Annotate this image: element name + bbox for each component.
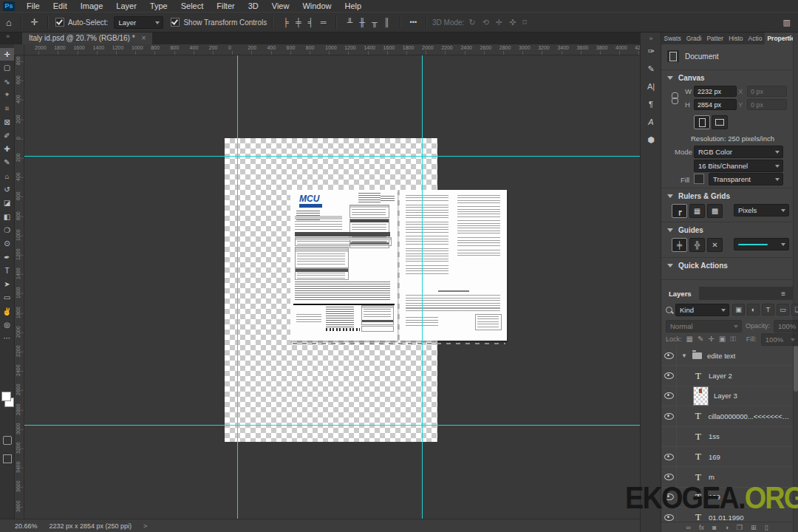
add-layer-mask-icon[interactable]: ◙ [712,524,716,531]
section-guides[interactable]: Guides [667,226,703,234]
clone-stamp-tool[interactable]: ⌂ [0,170,14,183]
y-input[interactable]: 0 px [747,99,787,110]
new-group-icon[interactable]: ❒ [737,524,743,531]
path-selection-tool[interactable]: ➤ [0,278,14,290]
ruler-vertical[interactable]: 8006004002000200400600800100012001400160… [14,55,24,519]
lock-guides-icon[interactable]: ╬ [689,238,705,252]
visibility-toggle[interactable] [661,406,677,426]
guide-vertical-1[interactable] [237,55,238,519]
blur-tool[interactable]: ❍ [0,224,14,236]
frame-tool[interactable]: ⊠ [0,116,14,129]
brush-tool[interactable]: ✎ [0,156,14,168]
marquee-tool[interactable]: ▢ [0,61,14,74]
adjustment-layer-icon[interactable]: ◑ [724,524,728,531]
3d-panel-icon[interactable]: ⬢ [641,133,661,146]
tab-actio[interactable]: Actio [746,33,765,44]
section-rulers-grids[interactable]: Rulers & Grids [667,192,730,200]
brush-settings-icon[interactable]: ✑ [641,44,661,58]
layer-body[interactable]: T169 [677,451,720,463]
healing-brush-tool[interactable]: ✚ [0,143,14,155]
lock-pixels-icon[interactable]: ✎ [698,335,703,344]
bit-depth-dropdown[interactable]: 16 Bits/Channel [694,160,783,172]
expand-panels-icon[interactable]: » [641,32,661,45]
align-top-icon[interactable]: ╨ [347,18,352,27]
zoom-tool[interactable]: ◎ [0,318,14,331]
snap-icon[interactable]: ▩ [707,204,723,218]
hand-tool[interactable]: ✌ [0,305,14,318]
tab-patter[interactable]: Patter [704,33,726,44]
status-expand-icon[interactable]: > [143,522,147,530]
canvas-viewport[interactable]: MCU [24,55,640,519]
menu-image[interactable]: Image [74,0,110,12]
zoom-level-field[interactable]: 20.66% [15,522,38,530]
ruler-horizontal[interactable]: 2000180016001400120010008006004002000200… [14,44,640,55]
fill-checkbox[interactable] [694,174,704,184]
units-dropdown[interactable]: Pixels [734,204,789,216]
clear-guides-icon[interactable]: ✕ [707,238,723,252]
layer-row[interactable]: ▼edite text [661,346,793,366]
auto-select-checkbox[interactable] [55,18,64,27]
layer-body[interactable]: Layer 3 [677,386,737,406]
visibility-toggle[interactable] [661,366,677,385]
align-left-icon[interactable]: ╞ [283,18,289,27]
workspace-icon[interactable]: ▥ [783,18,791,27]
distribute-v-icon[interactable]: ║ [384,18,390,27]
lasso-tool[interactable]: ∿ [0,75,14,88]
show-transform-checkbox[interactable] [171,18,180,27]
layer-row[interactable]: T169 [661,447,793,467]
close-tab-icon[interactable]: × [142,34,146,42]
panel-scrollbar[interactable] [793,31,798,532]
eyedropper-tool[interactable]: ✐ [0,129,14,142]
gradient-tool[interactable]: ◧ [0,211,14,223]
glyphs-panel-icon[interactable]: A [641,115,661,129]
menu-help[interactable]: Help [338,0,369,12]
document-tab[interactable]: Italy id.psd @ 20.7% (RGB/16) * × [22,31,152,44]
layer-style-icon[interactable]: fx [699,524,704,531]
fill-dropdown[interactable]: Transparent [709,173,783,185]
portrait-orientation-button[interactable] [694,115,710,129]
toggle-grid-icon[interactable]: ▦ [689,204,705,218]
menu-filter[interactable]: Filter [210,0,241,12]
layers-menu-icon[interactable]: ≡ [781,290,785,298]
guide-vertical-2[interactable] [422,55,423,519]
new-guide-layout-icon[interactable]: ╪ [672,238,687,252]
guide-horizontal-1[interactable] [24,156,640,157]
menu-layer[interactable]: Layer [109,0,143,12]
filter-shape-layers-icon[interactable]: ▭ [777,304,789,316]
visibility-toggle[interactable] [661,427,677,446]
panel-scrollbar-thumb[interactable] [794,346,798,392]
section-canvas[interactable]: Canvas [667,74,705,82]
screen-mode-button[interactable] [3,454,12,463]
x-input[interactable]: 0 px [747,86,787,97]
menu-window[interactable]: Window [296,0,338,12]
layer-body[interactable]: Tcilla0000000...<<<<<<<<0 d [677,410,793,422]
menu-3d[interactable]: 3D [242,0,265,12]
move-tool[interactable]: ✛ [0,48,14,61]
collapse-tabs-icon[interactable]: » [6,33,10,40]
tab-histo[interactable]: Histo [726,33,746,44]
layer-body[interactable]: T1ss [677,431,720,443]
landscape-orientation-button[interactable] [712,115,728,129]
layers-tab[interactable]: Layers [661,287,699,300]
expand-caret[interactable]: ▼ [681,352,687,359]
layer-row[interactable]: Layer 3 [661,386,793,406]
visibility-toggle[interactable] [661,346,677,365]
layer-body[interactable]: ▼edite text [677,352,735,360]
filter-pixel-layers-icon[interactable]: ▣ [732,304,745,316]
new-layer-icon[interactable]: ⊞ [751,524,757,531]
fill-input[interactable]: 100% [761,333,798,346]
layer-body[interactable]: TLayer 2 [677,370,732,382]
lock-all-icon[interactable]: ⚿ [730,335,736,344]
type-tool[interactable]: T [0,265,14,277]
panel-menu-icon[interactable]: ≡ [787,34,791,42]
dodge-tool[interactable]: ⊙ [0,237,14,250]
lock-transparency-icon[interactable]: ▦ [686,335,693,344]
home-icon[interactable]: ⌂ [0,17,16,28]
width-input[interactable]: 2232 px [694,86,737,97]
toggle-rulers-icon[interactable]: ┏ [672,204,687,218]
menu-type[interactable]: Type [143,0,174,12]
crop-tool[interactable]: ⌗ [0,102,14,115]
tab-gradi[interactable]: Gradi [683,33,704,44]
section-quick-actions[interactable]: Quick Actions [667,262,728,270]
more-options-icon[interactable]: ••• [406,18,420,26]
